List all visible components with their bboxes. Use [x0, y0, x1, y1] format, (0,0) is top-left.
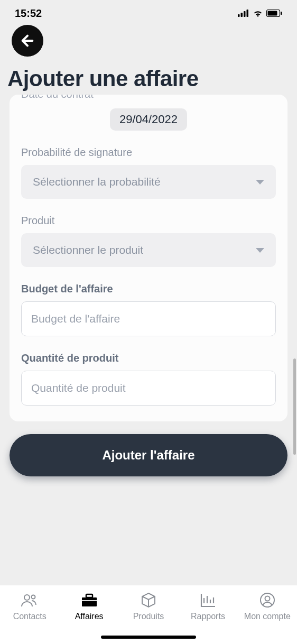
chevron-down-icon [256, 248, 264, 253]
probability-label: Probabilité de signature [21, 146, 276, 159]
arrow-left-icon [19, 32, 36, 49]
tab-rapports-label: Rapports [191, 612, 225, 621]
status-bar: 15:52 [0, 0, 297, 25]
svg-point-13 [265, 596, 270, 601]
tab-compte-label: Mon compte [244, 612, 291, 621]
date-label-cutoff: Date du contrat [21, 95, 94, 100]
probability-placeholder: Sélectionner la probabilité [33, 176, 161, 188]
status-time: 15:52 [15, 7, 42, 20]
quantity-field: Quantité de produit [21, 352, 276, 406]
product-label: Produit [21, 215, 276, 227]
tab-produits[interactable]: Produits [119, 592, 178, 621]
chart-icon [200, 592, 216, 609]
tab-contacts[interactable]: Contacts [0, 592, 59, 621]
svg-rect-10 [86, 594, 92, 597]
tab-compte[interactable]: Mon compte [238, 592, 297, 621]
page-header: Ajouter une affaire [0, 25, 297, 95]
home-indicator[interactable] [101, 636, 196, 639]
product-select[interactable]: Sélectionner le produit [21, 233, 276, 267]
svg-point-8 [32, 595, 35, 599]
svg-point-7 [24, 595, 30, 600]
battery-icon [266, 7, 282, 20]
contacts-icon [21, 592, 39, 609]
date-chip[interactable]: 29/04/2022 [110, 108, 187, 131]
page-title: Ajouter une affaire [7, 66, 285, 95]
svg-rect-2 [244, 11, 246, 17]
status-indicators [238, 7, 282, 20]
product-field: Produit Sélectionner le produit [21, 215, 276, 267]
chevron-down-icon [256, 180, 264, 185]
tab-affaires[interactable]: Affaires [59, 592, 118, 621]
svg-rect-5 [268, 11, 277, 16]
product-placeholder: Sélectionner le produit [33, 244, 143, 256]
quantity-label: Quantité de produit [21, 352, 276, 364]
scrollbar[interactable] [293, 358, 296, 455]
back-button[interactable] [12, 25, 43, 57]
form-card: Date du contrat 29/04/2022 Probabilité d… [10, 95, 287, 421]
svg-rect-9 [82, 597, 97, 606]
svg-rect-6 [281, 12, 282, 15]
user-circle-icon [259, 592, 275, 609]
cellular-icon [238, 7, 249, 20]
svg-rect-11 [82, 600, 97, 601]
svg-rect-1 [241, 13, 243, 17]
tab-affaires-label: Affaires [75, 612, 104, 621]
probability-select[interactable]: Sélectionner la probabilité [21, 165, 276, 199]
probability-field: Probabilité de signature Sélectionner la… [21, 146, 276, 199]
wifi-icon [253, 7, 263, 20]
svg-rect-3 [247, 10, 249, 17]
quantity-input[interactable] [21, 371, 276, 406]
budget-input[interactable] [21, 301, 276, 336]
tab-rapports[interactable]: Rapports [178, 592, 237, 621]
box-icon [141, 592, 156, 609]
budget-field: Budget de l'affaire [21, 283, 276, 336]
tab-produits-label: Produits [133, 612, 164, 621]
budget-label: Budget de l'affaire [21, 283, 276, 295]
submit-button[interactable]: Ajouter l'affaire [10, 434, 287, 476]
briefcase-icon [81, 592, 98, 609]
svg-rect-0 [238, 14, 240, 17]
tab-contacts-label: Contacts [13, 612, 47, 621]
